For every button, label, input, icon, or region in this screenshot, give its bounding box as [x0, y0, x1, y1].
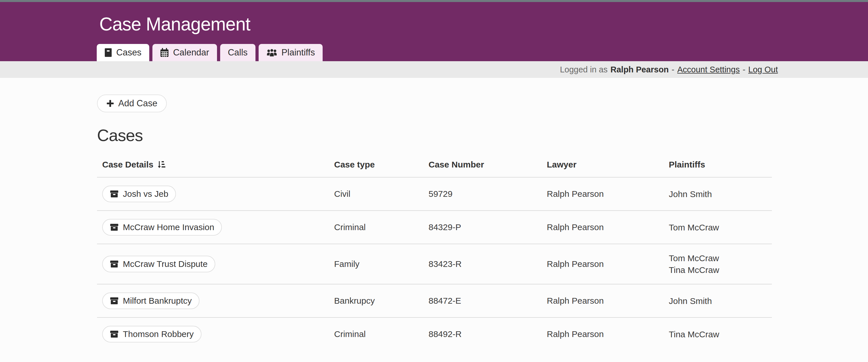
case-details-cell: Milfort Bankruptcy: [97, 293, 334, 309]
case-type-cell: Bankrupcy: [334, 296, 429, 306]
user-session-bar: Logged in as Ralph Pearson - Account Set…: [0, 61, 868, 78]
case-number-cell: 83423-R: [429, 259, 547, 269]
plaintiff-name: John Smith: [669, 295, 772, 307]
main-content: Add Case Cases Case Details Case type Ca…: [0, 78, 868, 351]
column-header-case-number: Case Number: [429, 160, 547, 169]
case-number-cell: 88492-R: [429, 329, 547, 339]
tab-label: Calendar: [173, 48, 209, 58]
app-title: Case Management: [0, 2, 868, 35]
lawyer-cell: Ralph Pearson: [547, 189, 669, 199]
case-details-cell: Josh vs Jeb: [97, 186, 334, 202]
tab-bar: Cases Calendar Calls: [97, 44, 322, 61]
case-details-cell: McCraw Trust Dispute: [97, 256, 334, 272]
case-type-cell: Criminal: [334, 329, 429, 339]
plaintiffs-cell: Tina McCraw: [669, 328, 772, 340]
plaintiffs-cell: John Smith: [669, 295, 772, 307]
case-number-cell: 88472-E: [429, 296, 547, 306]
tab-label: Calls: [228, 48, 248, 58]
case-details-cell: Thomson Robbery: [97, 326, 334, 342]
plaintiff-name: John Smith: [669, 188, 772, 200]
table-header-row: Case Details Case type Case Number Lawye…: [97, 145, 772, 177]
case-details-button[interactable]: Thomson Robbery: [102, 326, 202, 342]
table-row: McCraw Home Invasion Criminal 84329-P Ra…: [97, 210, 772, 244]
column-header-plaintiffs: Plaintiffs: [669, 160, 772, 169]
column-header-case-type: Case type: [334, 160, 429, 169]
archive-icon: [104, 48, 112, 57]
plaintiffs-cell: Tom McCraw: [669, 222, 772, 233]
case-name-label: Milfort Bankruptcy: [123, 296, 192, 306]
cases-table: Case Details Case type Case Number Lawye…: [97, 145, 772, 351]
tab-cases[interactable]: Cases: [97, 44, 149, 61]
logged-in-username: Ralph Pearson: [611, 65, 669, 75]
add-case-label: Add Case: [118, 98, 157, 109]
separator: -: [672, 65, 675, 75]
case-name-label: McCraw Home Invasion: [123, 222, 214, 232]
case-details-button[interactable]: McCraw Trust Dispute: [102, 256, 215, 272]
plaintiff-name: Tina McCraw: [669, 264, 772, 276]
plaintiffs-cell: Tom McCrawTina McCraw: [669, 252, 772, 276]
case-number-cell: 59729: [429, 189, 547, 199]
archive-icon: [110, 330, 119, 338]
lawyer-cell: Ralph Pearson: [547, 329, 669, 339]
tab-label: Cases: [116, 48, 142, 58]
plaintiff-name: Tom McCraw: [669, 252, 772, 264]
column-header-lawyer: Lawyer: [547, 160, 669, 169]
tab-label: Plaintiffs: [282, 48, 315, 58]
case-number-cell: 84329-P: [429, 222, 547, 232]
logged-in-prefix: Logged in as: [560, 65, 608, 75]
case-details-button[interactable]: Josh vs Jeb: [102, 186, 176, 202]
plus-icon: [106, 100, 114, 107]
table-row: Milfort Bankruptcy Bankrupcy 88472-E Ral…: [97, 284, 772, 317]
case-name-label: Josh vs Jeb: [123, 189, 168, 199]
users-icon: [267, 48, 277, 57]
table-row: Thomson Robbery Criminal 88492-R Ralph P…: [97, 317, 772, 351]
tab-plaintiffs[interactable]: Plaintiffs: [259, 44, 323, 61]
case-type-cell: Family: [334, 259, 429, 269]
plaintiff-name: Tom McCraw: [669, 222, 772, 233]
case-details-button[interactable]: Milfort Bankruptcy: [102, 293, 199, 309]
account-settings-link[interactable]: Account Settings: [677, 65, 740, 75]
case-type-cell: Criminal: [334, 222, 429, 232]
archive-icon: [110, 297, 119, 305]
separator: -: [743, 65, 745, 75]
archive-icon: [110, 260, 119, 268]
case-name-label: Thomson Robbery: [123, 329, 194, 339]
column-header-label: Case Details: [102, 160, 153, 169]
case-name-label: McCraw Trust Dispute: [123, 259, 208, 269]
archive-icon: [110, 190, 119, 198]
archive-icon: [110, 223, 119, 231]
calendar-icon: [160, 48, 169, 57]
table-row: Josh vs Jeb Civil 59729 Ralph Pearson Jo…: [97, 177, 772, 210]
add-case-button[interactable]: Add Case: [97, 94, 167, 112]
sort-amount-down-icon: [157, 161, 165, 169]
case-details-cell: McCraw Home Invasion: [97, 219, 334, 235]
lawyer-cell: Ralph Pearson: [547, 259, 669, 269]
lawyer-cell: Ralph Pearson: [547, 296, 669, 306]
page-title: Cases: [97, 126, 868, 145]
case-type-cell: Civil: [334, 189, 429, 199]
logout-link[interactable]: Log Out: [748, 65, 778, 75]
plaintiff-name: Tina McCraw: [669, 328, 772, 340]
column-header-case-details[interactable]: Case Details: [97, 160, 334, 169]
app-header: Case Management Cases: [0, 2, 868, 61]
tab-calls[interactable]: Calls: [220, 44, 255, 61]
plaintiffs-cell: John Smith: [669, 188, 772, 200]
table-body: Josh vs Jeb Civil 59729 Ralph Pearson Jo…: [97, 177, 772, 351]
table-row: McCraw Trust Dispute Family 83423-R Ralp…: [97, 244, 772, 284]
window-top-strip: [0, 0, 868, 2]
lawyer-cell: Ralph Pearson: [547, 222, 669, 232]
tab-calendar[interactable]: Calendar: [152, 44, 217, 61]
case-details-button[interactable]: McCraw Home Invasion: [102, 219, 222, 235]
